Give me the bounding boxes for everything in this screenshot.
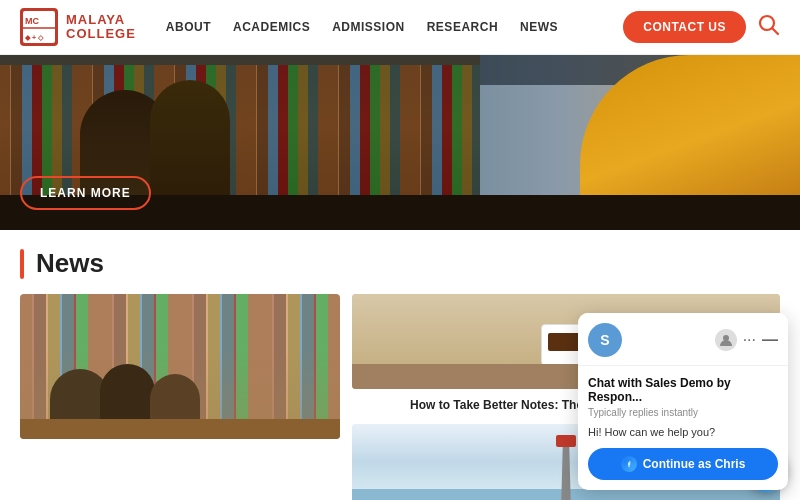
chat-body: Chat with Sales Demo by Respon... Typica… — [578, 366, 788, 490]
news-card-1: How to Study for Any Test or Exam (Even … — [20, 294, 340, 500]
hero-section: LEARN MORE — [0, 55, 800, 230]
chat-continue-button[interactable]: Continue as Chris — [588, 448, 778, 480]
news-card-1-image — [20, 294, 340, 439]
logo-text: MALAYA COLLEGE — [66, 13, 136, 42]
chat-avatar: S — [588, 323, 622, 357]
chat-title: Chat with Sales Demo by Respon... — [588, 376, 778, 404]
nav-item-academics[interactable]: ACADEMiCS — [233, 20, 310, 34]
news-heading-wrapper: News — [20, 248, 780, 279]
nav-item-admission[interactable]: AdMission — [332, 20, 405, 34]
news-heading-border — [20, 249, 24, 279]
news-heading: News — [36, 248, 104, 279]
chat-continue-label: Continue as Chris — [643, 457, 746, 471]
logo[interactable]: MC ◆ + ◇ MALAYA COLLEGE — [20, 8, 136, 46]
site-header: MC ◆ + ◇ MALAYA COLLEGE ABOUT ACADEMiCS … — [0, 0, 800, 55]
nav-item-news[interactable]: NEWS — [520, 20, 558, 34]
chat-header-controls: ··· — — [715, 329, 778, 351]
logo-icon: MC ◆ + ◇ — [20, 8, 58, 46]
nav-item-about[interactable]: ABOUT — [166, 20, 211, 34]
facebook-icon — [621, 456, 637, 472]
chat-widget: S ··· — Chat with Sales Demo by Respon..… — [578, 313, 788, 490]
chat-user-icon[interactable] — [715, 329, 737, 351]
main-nav: ABOUT ACADEMiCS AdMission RESEARCH NEWS — [166, 20, 623, 34]
chat-message: Hi! How can we help you? — [588, 426, 778, 438]
contact-button[interactable]: CONTACT US — [623, 11, 746, 43]
chat-subtitle: Typically replies instantly — [588, 407, 778, 418]
header-actions: CONTACT US — [623, 11, 780, 43]
search-icon[interactable] — [758, 14, 780, 41]
svg-text:◆ + ◇: ◆ + ◇ — [24, 34, 44, 41]
nav-item-research[interactable]: RESEARCH — [427, 20, 498, 34]
chat-more-icon[interactable]: ··· — [743, 331, 756, 349]
logo-subtitle: COLLEGE — [66, 27, 136, 41]
svg-text:MC: MC — [25, 16, 39, 26]
svg-line-7 — [772, 28, 778, 34]
chat-header: S ··· — — [578, 313, 788, 366]
logo-brand: MALAYA — [66, 13, 136, 27]
chat-minimize-icon[interactable]: — — [762, 331, 778, 349]
learn-more-button[interactable]: LEARN MORE — [20, 176, 151, 210]
